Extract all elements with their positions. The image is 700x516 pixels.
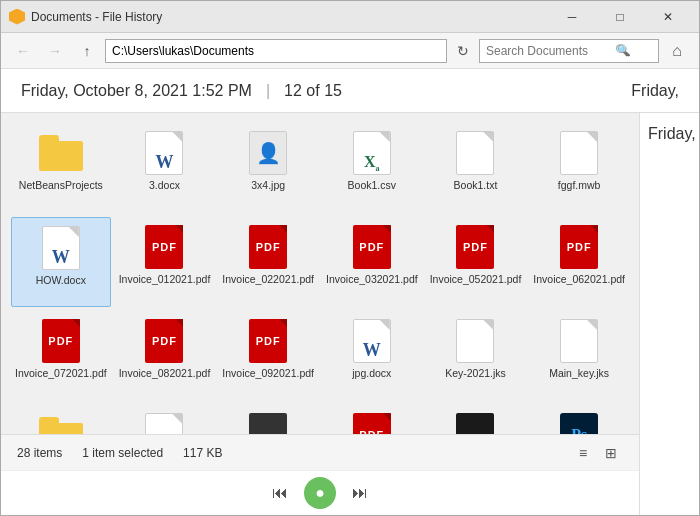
file-item[interactable]: PDF Invoice_012021.pdf bbox=[115, 217, 215, 307]
list-view-button[interactable]: ≡ bbox=[571, 441, 595, 465]
forward-button[interactable]: → bbox=[41, 37, 69, 65]
file-item[interactable]: PDF Invoice_062021.pdf bbox=[529, 217, 629, 307]
address-bar: ← → ↑ ↻ 🔍 ⌂ bbox=[1, 33, 699, 69]
icon-wrap: PDF bbox=[140, 317, 188, 365]
file-name: Invoice_052021.pdf bbox=[430, 273, 522, 286]
icon-wrap: PDF bbox=[348, 411, 396, 434]
icon-wrap: ▬ bbox=[244, 411, 292, 434]
file-item[interactable] bbox=[426, 405, 526, 434]
content-area: NetBeansProjects W 3.docx 👤 3x4.jpg Xa B… bbox=[1, 113, 699, 515]
plain-file-icon bbox=[456, 131, 494, 175]
icon-wrap: 👤 bbox=[244, 129, 292, 177]
search-input[interactable] bbox=[479, 39, 659, 63]
address-input[interactable] bbox=[105, 39, 447, 63]
pdf-icon: PDF bbox=[145, 319, 183, 363]
file-item[interactable]: W jpg.docx bbox=[322, 311, 422, 401]
file-item[interactable]: NetBeansProjects bbox=[11, 123, 111, 213]
icon-wrap: PDF bbox=[244, 317, 292, 365]
file-item[interactable]: PDF Invoice_082021.pdf bbox=[115, 311, 215, 401]
pdf-icon: PDF bbox=[353, 225, 391, 269]
home-button[interactable]: ⌂ bbox=[663, 37, 691, 65]
main-file-area: NetBeansProjects W 3.docx 👤 3x4.jpg Xa B… bbox=[1, 113, 639, 515]
pdf-icon: PDF bbox=[456, 225, 494, 269]
file-name: Main_key.jks bbox=[549, 367, 609, 380]
status-bar: 28 items 1 item selected 117 KB ≡ ⊞ bbox=[1, 434, 639, 470]
icon-wrap: W bbox=[140, 129, 188, 177]
file-item[interactable]: Key-2021.jks bbox=[426, 311, 526, 401]
file-item[interactable]: fggf.mwb bbox=[529, 123, 629, 213]
right-panel: Friday, bbox=[639, 113, 699, 515]
file-item[interactable]: Main_key.jks bbox=[529, 311, 629, 401]
file-grid: NetBeansProjects W 3.docx 👤 3x4.jpg Xa B… bbox=[1, 113, 639, 434]
icon-wrap: PDF bbox=[37, 317, 85, 365]
file-name: Book1.csv bbox=[348, 179, 396, 192]
file-item[interactable]: Xa Book1.csv bbox=[322, 123, 422, 213]
word-icon: W bbox=[145, 131, 183, 175]
close-button[interactable]: ✕ bbox=[645, 2, 691, 32]
word-icon: W bbox=[42, 226, 80, 270]
icon-wrap: W bbox=[348, 317, 396, 365]
icon-wrap bbox=[37, 129, 85, 177]
folder-icon bbox=[39, 135, 83, 171]
file-name: HOW.docx bbox=[36, 274, 86, 287]
file-item[interactable]: ▬ bbox=[218, 405, 318, 434]
file-item[interactable]: PDF Invoice_032021.pdf bbox=[322, 217, 422, 307]
icon-wrap: PDF bbox=[555, 223, 603, 271]
icon-wrap bbox=[555, 317, 603, 365]
search-wrapper: 🔍 bbox=[479, 39, 659, 63]
plain-file-icon bbox=[145, 413, 183, 434]
file-name: Book1.txt bbox=[454, 179, 498, 192]
title-bar-text: Documents - File History bbox=[31, 10, 549, 24]
search-icon: 🔍 bbox=[615, 44, 629, 57]
file-name: Key-2021.jks bbox=[445, 367, 506, 380]
file-name: NetBeansProjects bbox=[19, 179, 103, 192]
image-icon: 👤 bbox=[249, 131, 287, 175]
minimize-button[interactable]: ─ bbox=[549, 2, 595, 32]
prev-button[interactable]: ⏮ bbox=[266, 479, 294, 507]
info-bar: Friday, October 8, 2021 1:52 PM | 12 of … bbox=[1, 69, 699, 113]
app-icon bbox=[9, 9, 25, 25]
up-button[interactable]: ↑ bbox=[73, 37, 101, 65]
position-label: 12 of 15 bbox=[284, 82, 342, 100]
file-item[interactable]: PDF bbox=[322, 405, 422, 434]
icon-wrap: PDF bbox=[451, 223, 499, 271]
icon-wrap: PDF bbox=[140, 223, 188, 271]
icon-wrap bbox=[451, 411, 499, 434]
black-image-icon bbox=[456, 413, 494, 434]
photoshop-icon: Ps bbox=[560, 413, 598, 434]
icon-wrap bbox=[451, 317, 499, 365]
maximize-button[interactable]: □ bbox=[597, 2, 643, 32]
file-item[interactable]: W HOW.docx bbox=[11, 217, 111, 307]
plain-file-icon bbox=[560, 131, 598, 175]
pdf-icon: PDF bbox=[353, 413, 391, 434]
file-item[interactable] bbox=[11, 405, 111, 434]
icon-wrap: PDF bbox=[348, 223, 396, 271]
refresh-button[interactable]: ↻ bbox=[451, 39, 475, 63]
file-item[interactable]: PDF Invoice_022021.pdf bbox=[218, 217, 318, 307]
grid-view-button[interactable]: ⊞ bbox=[599, 441, 623, 465]
file-item[interactable]: PDF Invoice_092021.pdf bbox=[218, 311, 318, 401]
pdf-icon: PDF bbox=[42, 319, 80, 363]
file-item[interactable]: 👤 3x4.jpg bbox=[218, 123, 318, 213]
file-item[interactable]: Book1.txt bbox=[426, 123, 526, 213]
next-button[interactable]: ⏭ bbox=[346, 479, 374, 507]
icon-wrap: W bbox=[37, 224, 85, 272]
file-item[interactable]: PDF Invoice_052021.pdf bbox=[426, 217, 526, 307]
pdf-icon: PDF bbox=[145, 225, 183, 269]
window-controls: ─ □ ✕ bbox=[549, 2, 691, 32]
file-name: Invoice_072021.pdf bbox=[15, 367, 107, 380]
datetime-label: Friday, October 8, 2021 1:52 PM bbox=[21, 82, 252, 100]
file-item[interactable]: Ps bbox=[529, 405, 629, 434]
file-name: Invoice_062021.pdf bbox=[533, 273, 625, 286]
play-button[interactable]: ● bbox=[304, 477, 336, 509]
selected-count: 1 item selected bbox=[82, 446, 163, 460]
file-name: Invoice_012021.pdf bbox=[119, 273, 211, 286]
file-item[interactable] bbox=[115, 405, 215, 434]
right-panel-date: Friday, bbox=[640, 113, 699, 155]
file-item[interactable]: PDF Invoice_072021.pdf bbox=[11, 311, 111, 401]
icon-wrap bbox=[451, 129, 499, 177]
file-item[interactable]: W 3.docx bbox=[115, 123, 215, 213]
folder-icon bbox=[39, 417, 83, 434]
back-button[interactable]: ← bbox=[9, 37, 37, 65]
title-bar: Documents - File History ─ □ ✕ bbox=[1, 1, 699, 33]
